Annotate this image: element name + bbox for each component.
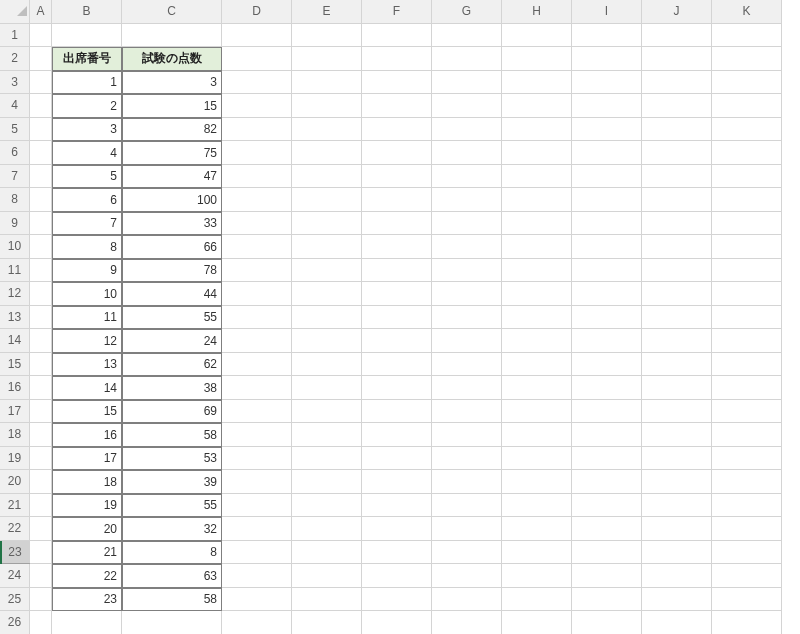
table-cell-score[interactable]: 15 (122, 94, 222, 118)
cell-D3[interactable] (222, 71, 292, 95)
column-header-A[interactable]: A (30, 0, 52, 24)
table-cell-score[interactable]: 38 (122, 376, 222, 400)
cell-D7[interactable] (222, 165, 292, 189)
cell-F22[interactable] (362, 517, 432, 541)
cell-J17[interactable] (642, 400, 712, 424)
table-cell-score[interactable]: 53 (122, 447, 222, 471)
cell-E14[interactable] (292, 329, 362, 353)
table-cell-score[interactable]: 44 (122, 282, 222, 306)
table-cell-id[interactable]: 14 (52, 376, 122, 400)
cell-J16[interactable] (642, 376, 712, 400)
cell-H9[interactable] (502, 212, 572, 236)
cell-G8[interactable] (432, 188, 502, 212)
row-header-20[interactable]: 20 (0, 470, 30, 494)
table-cell-score[interactable]: 32 (122, 517, 222, 541)
cell-E22[interactable] (292, 517, 362, 541)
cell-I20[interactable] (572, 470, 642, 494)
cell-A5[interactable] (30, 118, 52, 142)
cell-K16[interactable] (712, 376, 782, 400)
cell-I9[interactable] (572, 212, 642, 236)
cell-G23[interactable] (432, 541, 502, 565)
cell-I12[interactable] (572, 282, 642, 306)
cell-K20[interactable] (712, 470, 782, 494)
cell-E16[interactable] (292, 376, 362, 400)
cell-I6[interactable] (572, 141, 642, 165)
table-cell-id[interactable]: 18 (52, 470, 122, 494)
cell-K8[interactable] (712, 188, 782, 212)
table-cell-id[interactable]: 11 (52, 306, 122, 330)
table-cell-id[interactable]: 2 (52, 94, 122, 118)
cell-A11[interactable] (30, 259, 52, 283)
cell-F5[interactable] (362, 118, 432, 142)
cell-D1[interactable] (222, 24, 292, 48)
cell-A2[interactable] (30, 47, 52, 71)
cell-H14[interactable] (502, 329, 572, 353)
cell-G16[interactable] (432, 376, 502, 400)
cell-H5[interactable] (502, 118, 572, 142)
cell-E13[interactable] (292, 306, 362, 330)
cell-K17[interactable] (712, 400, 782, 424)
cell-H1[interactable] (502, 24, 572, 48)
cell-A4[interactable] (30, 94, 52, 118)
cell-H23[interactable] (502, 541, 572, 565)
cell-G15[interactable] (432, 353, 502, 377)
cell-G5[interactable] (432, 118, 502, 142)
column-header-J[interactable]: J (642, 0, 712, 24)
table-cell-id[interactable]: 5 (52, 165, 122, 189)
cell-I5[interactable] (572, 118, 642, 142)
cell-G1[interactable] (432, 24, 502, 48)
cell-D25[interactable] (222, 588, 292, 612)
cell-D11[interactable] (222, 259, 292, 283)
cell-J11[interactable] (642, 259, 712, 283)
cell-H10[interactable] (502, 235, 572, 259)
cell-F7[interactable] (362, 165, 432, 189)
cell-A9[interactable] (30, 212, 52, 236)
cell-A21[interactable] (30, 494, 52, 518)
cell-A24[interactable] (30, 564, 52, 588)
cell-F25[interactable] (362, 588, 432, 612)
cell-J15[interactable] (642, 353, 712, 377)
cell-J4[interactable] (642, 94, 712, 118)
table-cell-id[interactable]: 9 (52, 259, 122, 283)
cell-B1[interactable] (52, 24, 122, 48)
table-cell-score[interactable]: 58 (122, 588, 222, 612)
cell-H26[interactable] (502, 611, 572, 634)
column-header-E[interactable]: E (292, 0, 362, 24)
cell-K3[interactable] (712, 71, 782, 95)
cell-G11[interactable] (432, 259, 502, 283)
column-header-K[interactable]: K (712, 0, 782, 24)
cell-D8[interactable] (222, 188, 292, 212)
cell-F6[interactable] (362, 141, 432, 165)
cell-I16[interactable] (572, 376, 642, 400)
cell-I1[interactable] (572, 24, 642, 48)
table-cell-score[interactable]: 47 (122, 165, 222, 189)
cell-I11[interactable] (572, 259, 642, 283)
cell-I15[interactable] (572, 353, 642, 377)
cell-J25[interactable] (642, 588, 712, 612)
cell-E9[interactable] (292, 212, 362, 236)
cell-H19[interactable] (502, 447, 572, 471)
cell-F16[interactable] (362, 376, 432, 400)
cell-G24[interactable] (432, 564, 502, 588)
cell-I21[interactable] (572, 494, 642, 518)
cell-E23[interactable] (292, 541, 362, 565)
cell-A20[interactable] (30, 470, 52, 494)
cell-K26[interactable] (712, 611, 782, 634)
cell-F23[interactable] (362, 541, 432, 565)
cell-D24[interactable] (222, 564, 292, 588)
cell-G13[interactable] (432, 306, 502, 330)
cell-I26[interactable] (572, 611, 642, 634)
cell-A25[interactable] (30, 588, 52, 612)
cell-E11[interactable] (292, 259, 362, 283)
cell-F9[interactable] (362, 212, 432, 236)
cell-D18[interactable] (222, 423, 292, 447)
cell-E20[interactable] (292, 470, 362, 494)
row-header-9[interactable]: 9 (0, 212, 30, 236)
cell-C26[interactable] (122, 611, 222, 634)
table-cell-id[interactable]: 17 (52, 447, 122, 471)
table-cell-score[interactable]: 63 (122, 564, 222, 588)
cell-F18[interactable] (362, 423, 432, 447)
cell-K24[interactable] (712, 564, 782, 588)
cell-H21[interactable] (502, 494, 572, 518)
cell-D21[interactable] (222, 494, 292, 518)
